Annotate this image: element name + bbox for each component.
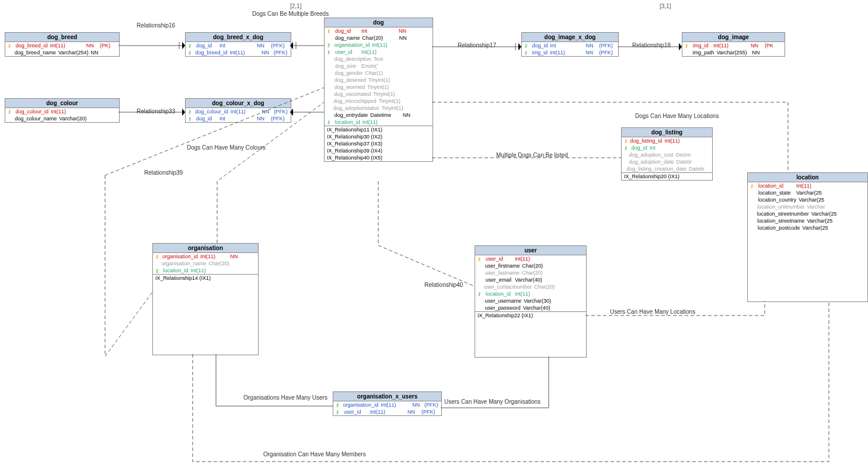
label-manylocations: Dogs Can Have Many Locations xyxy=(635,113,719,119)
column-row: ⚷dog_listing_idInt(11) xyxy=(622,137,712,144)
entity-body: ⚷organisation_idInt(11)NNorganisation_na… xyxy=(153,253,258,274)
entity-header: dog_image_x_dog xyxy=(522,33,618,42)
column-row: ⚷organisation_idInt(11)NN xyxy=(153,253,258,260)
column-row: location_countryVarchar(25 xyxy=(748,196,867,203)
column-row: dog_descriptionText xyxy=(325,56,433,63)
column-row: dog_desexedTinyint(1) xyxy=(325,77,433,84)
entity-body: ⚷dog_idIntNN(PFK)⚷dog_breed_idInt(11)NN(… xyxy=(186,42,291,56)
entity-body: ⚷user_idInt(11)user_firstnameChar(20)use… xyxy=(475,255,586,311)
column-row: ⚷user_idInt(11) xyxy=(475,255,586,262)
entity-dog-breed[interactable]: dog_breed ⚷dog_breed_idInt(11)NN(PK)dog_… xyxy=(5,32,120,57)
entity-body: ⚷dog_breed_idInt(11)NN(PK)dog_breed_name… xyxy=(5,42,119,56)
column-row: ⚷dog_breed_idInt(11)NN(PFK) xyxy=(186,49,291,56)
column-row: dog_vaccinatedTinyint(1) xyxy=(325,91,433,98)
entity-organisation-x-users[interactable]: organisation_x_users ⚷organisation_idInt… xyxy=(333,391,442,416)
column-row: ⚷organisation_idInt(11) xyxy=(325,41,433,48)
column-row: ⚷img_idInt(11)NN(PFK) xyxy=(522,49,618,56)
column-row: dog_adoption_costDecim xyxy=(622,151,712,158)
entity-dog-image-x-dog[interactable]: dog_image_x_dog ⚷dog_idIntNN(PFK)⚷img_id… xyxy=(521,32,619,57)
label-multbreeds: Dogs Can Be Multiple Breeds xyxy=(252,11,329,17)
entity-dog-colour-x-dog[interactable]: dog_colour_x_dog ⚷dog_colour_idInt(11)NN… xyxy=(185,98,291,123)
index-row: IX_Relationship22 (IX1) xyxy=(475,312,586,319)
entity-body: ⚷img_idInt(11)NN(PKimg_pathVarchar(255)N… xyxy=(682,42,785,56)
column-row: user_usernameVarchar(30) xyxy=(475,297,586,304)
entity-header: user xyxy=(475,246,586,255)
column-row: ⚷location_idInt(11) xyxy=(748,182,867,189)
label-usersmanyloc: Users Can Have Many Locations xyxy=(610,308,695,315)
entity-header: organisation_x_users xyxy=(333,392,441,401)
entity-dog-image[interactable]: dog_image ⚷img_idInt(11)NN(PKimg_pathVar… xyxy=(682,32,785,57)
label-rel17: Relationship17 xyxy=(458,42,496,48)
column-row: organisation_nameChar(20) xyxy=(153,260,258,267)
column-row: ⚷dog_idIntNN(PFK) xyxy=(522,42,618,49)
entity-organisation[interactable]: organisation ⚷organisation_idInt(11)NNor… xyxy=(152,243,259,355)
index-row: IX_Relationship11 (IX1) xyxy=(325,126,433,133)
column-row: ⚷location_idInt(11) xyxy=(325,119,433,126)
entity-header: dog_colour_x_dog xyxy=(186,99,291,108)
bracket-2: [3,1] xyxy=(660,3,671,9)
index-row: IX_Relationship39 (IX4) xyxy=(325,147,433,154)
entity-body: ⚷organisation_idInt(11)NN(PFK)⚷user_idIn… xyxy=(333,401,441,415)
label-rel33: Relationship33 xyxy=(137,108,175,115)
entity-header: dog_breed_x_dog xyxy=(186,33,291,42)
entity-header: dog_listing xyxy=(622,128,712,137)
entity-body: ⚷dog_idIntNN(PFK)⚷img_idInt(11)NN(PFK) xyxy=(522,42,618,56)
label-rel39: Relationship39 xyxy=(144,169,183,176)
column-row: user_lastnameChar(20) xyxy=(475,269,586,276)
column-row: ⚷dog_colour_idInt(11)NN(PFK) xyxy=(186,108,291,115)
column-row: ⚷user_idInt(11)NN(PFK) xyxy=(333,408,441,415)
column-row: ⚷dog_idIntNN(PFK) xyxy=(186,115,291,122)
entity-header: dog_breed xyxy=(5,33,119,42)
entity-header: dog_image xyxy=(682,33,785,42)
column-row: user_emailVarchar(40) xyxy=(475,276,586,283)
entity-body: ⚷dog_colour_idInt(11)NN(PFK)⚷dog_idIntNN… xyxy=(186,108,291,122)
entity-body: ⚷dog_colour_idInt(11)dog_colour_nameVarc… xyxy=(5,108,119,122)
label-orgmanyusers: Organisations Have Many Users xyxy=(243,394,327,401)
column-row: dog_entrydateDatetimeNN xyxy=(325,112,433,119)
column-row: ⚷location_idInt(11) xyxy=(153,267,258,274)
index-row: IX_Relationship37 (IX3) xyxy=(325,140,433,147)
entity-header: location xyxy=(748,173,867,182)
entity-indexes: IX_Relationship11 (IX1)IX_Relationship30… xyxy=(325,126,433,161)
column-row: dog_sizeEnum(' xyxy=(325,63,433,70)
entity-location[interactable]: location ⚷location_idInt(11)location_sta… xyxy=(747,172,868,302)
column-row: dog_microchippedTinyint(1) xyxy=(325,98,433,105)
column-row: ⚷location_idInt(11) xyxy=(475,290,586,297)
column-row: dog_colour_nameVarchar(20) xyxy=(5,115,119,122)
entity-indexes: IX_Relationship14 (IX1) xyxy=(153,274,258,282)
column-row: dog_wormedTinyint(1) xyxy=(325,84,433,91)
column-row: img_pathVarchar(255)NN xyxy=(682,49,785,56)
index-row: IX_Relationship30 (IX2) xyxy=(325,133,433,140)
entity-body: ⚷dog_idIntNNdog_nameChar(20)NN⚷organisat… xyxy=(325,27,433,126)
label-rel18: Relationship18 xyxy=(632,42,671,48)
entity-body: ⚷dog_listing_idInt(11)⚷dog_idIntdog_adop… xyxy=(622,137,712,172)
column-row: dog_nameChar(20)NN xyxy=(325,34,433,41)
column-row: location_unitnumberVarchar xyxy=(748,203,867,210)
index-row: IX_Relationship20 (IX1) xyxy=(622,173,712,180)
column-row: dog_breed_nameVarchar(254)NN xyxy=(5,49,119,56)
entity-dog-colour[interactable]: dog_colour ⚷dog_colour_idInt(11)dog_colo… xyxy=(5,98,120,123)
column-row: dog_genderChar(1) xyxy=(325,70,433,77)
column-row: ⚷img_idInt(11)NN(PK xyxy=(682,42,785,49)
label-multdogslisted: Multiple Dogs Can Be listed xyxy=(496,152,568,158)
column-row: ⚷dog_colour_idInt(11) xyxy=(5,108,119,115)
bracket-1: [2,1] xyxy=(290,3,301,9)
column-row: location_postcodeVarchar(25 xyxy=(748,224,867,231)
column-row: location_stateVarchar(25 xyxy=(748,189,867,196)
entity-dog-listing[interactable]: dog_listing ⚷dog_listing_idInt(11)⚷dog_i… xyxy=(621,127,713,181)
column-row: ⚷dog_idIntNN xyxy=(325,27,433,34)
column-row: dog_listing_creation_dateDatetir xyxy=(622,165,712,172)
column-row: ⚷organisation_idInt(11)NN(PFK) xyxy=(333,401,441,408)
column-row: user_passwordVarchar(40) xyxy=(475,304,586,311)
label-rel16: Relationship16 xyxy=(137,22,175,29)
index-row: IX_Relationship40 (IX5) xyxy=(325,154,433,161)
entity-dog-breed-x-dog[interactable]: dog_breed_x_dog ⚷dog_idIntNN(PFK)⚷dog_br… xyxy=(185,32,291,57)
column-row: ⚷dog_idIntNN(PFK) xyxy=(186,42,291,49)
entity-dog[interactable]: dog ⚷dog_idIntNNdog_nameChar(20)NN⚷organ… xyxy=(324,18,433,162)
label-orgmanymembers: Organisation Can Have Many Members xyxy=(263,451,366,457)
entity-header: dog xyxy=(325,18,433,27)
entity-indexes: IX_Relationship20 (IX1) xyxy=(622,172,712,180)
entity-body: ⚷location_idInt(11)location_stateVarchar… xyxy=(748,182,867,231)
entity-user[interactable]: user ⚷user_idInt(11)user_firstnameChar(2… xyxy=(475,245,587,358)
entity-header: organisation xyxy=(153,244,258,253)
